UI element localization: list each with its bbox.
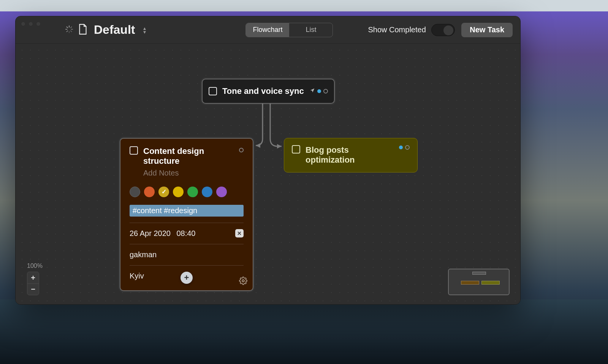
task-node-parent[interactable]: Tone and voice sync bbox=[202, 79, 335, 104]
separator bbox=[130, 244, 244, 244]
location-value[interactable]: Kyiv bbox=[130, 272, 144, 280]
minimap-node bbox=[461, 281, 479, 285]
svg-line-7 bbox=[71, 27, 72, 28]
sync-spinner-icon bbox=[65, 25, 73, 35]
zoom-in-button[interactable]: + bbox=[27, 272, 39, 283]
clear-date-button[interactable]: ✕ bbox=[235, 229, 244, 237]
children-ring-icon bbox=[323, 89, 328, 93]
svg-line-6 bbox=[66, 30, 68, 32]
task-title[interactable]: Content design structure bbox=[143, 146, 239, 166]
task-title[interactable]: Tone and voice sync bbox=[222, 86, 304, 96]
window-traffic-lights[interactable] bbox=[21, 22, 41, 26]
svg-point-10 bbox=[242, 280, 244, 282]
close-window-icon[interactable] bbox=[21, 22, 25, 26]
color-swatch-green[interactable] bbox=[187, 187, 198, 197]
svg-line-3 bbox=[71, 30, 72, 32]
task-node-blog[interactable]: Blog posts optimization bbox=[284, 138, 418, 173]
date-value[interactable]: 26 Apr 2020 bbox=[130, 229, 171, 238]
show-completed-toggle[interactable] bbox=[431, 24, 455, 36]
show-completed-label: Show Completed bbox=[368, 25, 426, 34]
minimize-window-icon[interactable] bbox=[28, 22, 33, 26]
toolbar: Default ▴▾ Flowchart List Show Completed… bbox=[16, 16, 520, 44]
title-dropdown-icon[interactable]: ▴▾ bbox=[143, 26, 146, 34]
color-swatch-mustard[interactable] bbox=[158, 187, 169, 197]
datetime-row[interactable]: 26 Apr 2020 08:40 ✕ bbox=[130, 227, 244, 240]
color-swatch-orange[interactable] bbox=[144, 187, 155, 197]
time-value[interactable]: 08:40 bbox=[176, 229, 195, 238]
add-child-task-button[interactable]: + bbox=[180, 272, 193, 284]
assignee-value[interactable]: gakman bbox=[130, 250, 157, 259]
task-checkbox[interactable] bbox=[209, 87, 217, 95]
separator bbox=[130, 265, 244, 266]
task-settings-button[interactable] bbox=[239, 277, 247, 286]
task-checkbox[interactable] bbox=[292, 145, 300, 154]
color-picker bbox=[130, 187, 244, 197]
status-dot-icon bbox=[317, 89, 321, 93]
minimap-node bbox=[472, 272, 486, 275]
flowchart-canvas[interactable]: Tone and voice sync Blog posts optimizat… bbox=[16, 44, 520, 304]
minimap-node bbox=[481, 281, 500, 285]
color-swatch-yellow[interactable] bbox=[173, 187, 184, 197]
svg-marker-8 bbox=[256, 143, 260, 148]
children-ring-icon bbox=[239, 148, 244, 152]
color-swatch-blue[interactable] bbox=[202, 187, 212, 197]
minimap[interactable] bbox=[448, 269, 510, 295]
zoom-level-label: 100% bbox=[27, 263, 43, 269]
svg-line-2 bbox=[66, 27, 68, 28]
view-list-button[interactable]: List bbox=[289, 23, 332, 37]
view-flowchart-button[interactable]: Flowchart bbox=[246, 23, 289, 37]
task-node-content[interactable]: Content design structure Add Notes #cont… bbox=[120, 138, 253, 291]
status-dot-icon bbox=[399, 146, 403, 149]
svg-marker-9 bbox=[277, 144, 282, 149]
show-completed-control: Show Completed bbox=[368, 24, 454, 36]
notes-field[interactable]: Add Notes bbox=[143, 169, 244, 177]
new-task-button[interactable]: New Task bbox=[461, 23, 513, 37]
view-segmented-control: Flowchart List bbox=[245, 23, 333, 37]
color-swatch-purple[interactable] bbox=[216, 187, 227, 197]
zoom-out-button[interactable]: − bbox=[27, 283, 39, 295]
document-icon bbox=[78, 24, 88, 36]
app-window: Default ▴▾ Flowchart List Show Completed… bbox=[15, 16, 521, 305]
task-checkbox[interactable] bbox=[130, 146, 138, 155]
task-title[interactable]: Blog posts optimization bbox=[306, 145, 399, 165]
separator bbox=[130, 223, 244, 223]
children-ring-icon bbox=[405, 145, 410, 150]
assignee-row[interactable]: gakman bbox=[130, 248, 244, 261]
zoom-window-icon[interactable] bbox=[36, 22, 41, 26]
task-badges bbox=[310, 88, 328, 95]
tags-field[interactable]: #content #redesign bbox=[130, 205, 244, 217]
task-badges bbox=[399, 145, 410, 150]
document-title[interactable]: Default bbox=[94, 23, 135, 37]
zoom-controls: 100% + − bbox=[27, 263, 43, 295]
location-arrow-icon bbox=[310, 88, 315, 95]
color-swatch-gray[interactable] bbox=[130, 187, 140, 197]
